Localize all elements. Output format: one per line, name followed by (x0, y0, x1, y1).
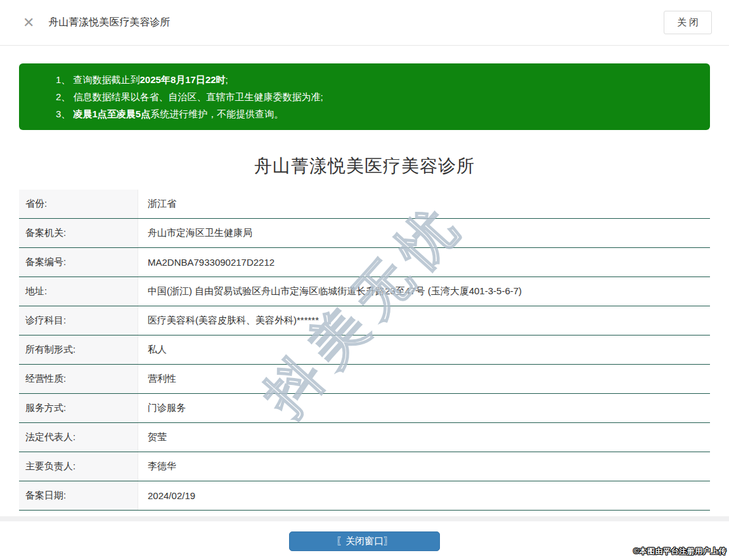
row-value: 李德华 (138, 452, 710, 481)
table-row: 诊疗科目: 医疗美容科(美容皮肤科、美容外科)****** (19, 306, 710, 335)
table-row: 法定代表人: 贺莹 (19, 423, 710, 452)
notice-item: 1、 查询数据截止到2025年8月17日22时; (56, 71, 697, 88)
table-row: 省份: 浙江省 (19, 190, 710, 219)
row-label: 法定代表人: (19, 423, 138, 452)
row-label: 省份: (19, 190, 138, 218)
window-header: ✕ 舟山菁漾悦美医疗美容诊所 关 闭 (0, 0, 729, 46)
facility-title: 舟山菁漾悦美医疗美容诊所 (0, 154, 729, 178)
row-value: MA2DNBA7933090217D2212 (138, 248, 710, 277)
table-row: 服务方式: 门诊服务 (19, 394, 710, 423)
header-close-button[interactable]: 关 闭 (664, 11, 712, 34)
notice-item: 3、 凌晨1点至凌晨5点系统进行维护，不能提供查询。 (56, 105, 697, 122)
table-row: 主要负责人: 李德华 (19, 452, 710, 481)
notice-box: 1、 查询数据截止到2025年8月17日22时; 2、 信息数据结果以各省、自治… (19, 63, 710, 130)
row-value: 营利性 (138, 365, 710, 393)
table-row: 地址: 中国(浙江) 自由贸易试验区舟山市定海区临城街道长升路23至47号 (玉… (19, 277, 710, 306)
notice-item-text: 3、 (56, 108, 74, 119)
row-value: 浙江省 (138, 190, 710, 218)
notice-item-text: 2、 信息数据结果以各省、自治区、直辖市卫生健康委数据为准; (56, 91, 323, 102)
row-value: 中国(浙江) 自由贸易试验区舟山市定海区临城街道长升路23至47号 (玉湾大厦4… (138, 277, 710, 306)
row-value: 私人 (138, 335, 710, 364)
detail-table: 省份: 浙江省 备案机关: 舟山市定海区卫生健康局 备案编号: MA2DNBA7… (19, 190, 710, 511)
row-label: 主要负责人: (19, 452, 138, 481)
row-label: 地址: (19, 277, 138, 306)
table-row: 所有制形式: 私人 (19, 335, 710, 365)
copyright-note: ©本图由平台注册用户上传 (633, 546, 726, 557)
table-row: 备案机关: 舟山市定海区卫生健康局 (19, 219, 710, 248)
table-row: 经营性质: 营利性 (19, 365, 710, 394)
notice-item-bold-text: 凌晨1点至凌晨5点 (74, 108, 151, 119)
row-value: 舟山市定海区卫生健康局 (138, 219, 710, 247)
row-label: 服务方式: (19, 394, 138, 422)
row-label: 所有制形式: (19, 335, 138, 364)
notice-item-text: 系统进行维护，不能提供查询。 (150, 108, 283, 119)
close-window-button[interactable]: 〖关闭窗口〗 (289, 531, 440, 551)
record-card: 1、 查询数据截止到2025年8月17日22时; 2、 信息数据结果以各省、自治… (0, 46, 729, 516)
notice-item-text: 1、 查询数据截止到 (56, 74, 140, 85)
table-row: 备案日期: 2024/02/19 (19, 481, 710, 511)
row-value: 贺莹 (138, 423, 710, 452)
row-label: 备案编号: (19, 248, 138, 277)
table-row: 备案编号: MA2DNBA7933090217D2212 (19, 248, 710, 277)
notice-item-bold-text: 2025年8月17日22时 (140, 74, 226, 85)
notice-item: 2、 信息数据结果以各省、自治区、直辖市卫生健康委数据为准; (56, 88, 697, 105)
row-label: 备案机关: (19, 219, 138, 247)
row-value: 医疗美容科(美容皮肤科、美容外科)****** (138, 306, 710, 335)
row-label: 诊疗科目: (19, 306, 138, 335)
footer-bar: 〖关闭窗口〗 (0, 521, 729, 560)
close-x-icon[interactable]: ✕ (23, 16, 34, 30)
row-label: 备案日期: (19, 481, 138, 510)
window-title: 舟山菁漾悦美医疗美容诊所 (48, 16, 170, 29)
row-label: 经营性质: (19, 365, 138, 393)
row-value: 门诊服务 (138, 394, 710, 422)
row-value: 2024/02/19 (138, 481, 710, 510)
notice-item-text: ; (226, 74, 228, 85)
